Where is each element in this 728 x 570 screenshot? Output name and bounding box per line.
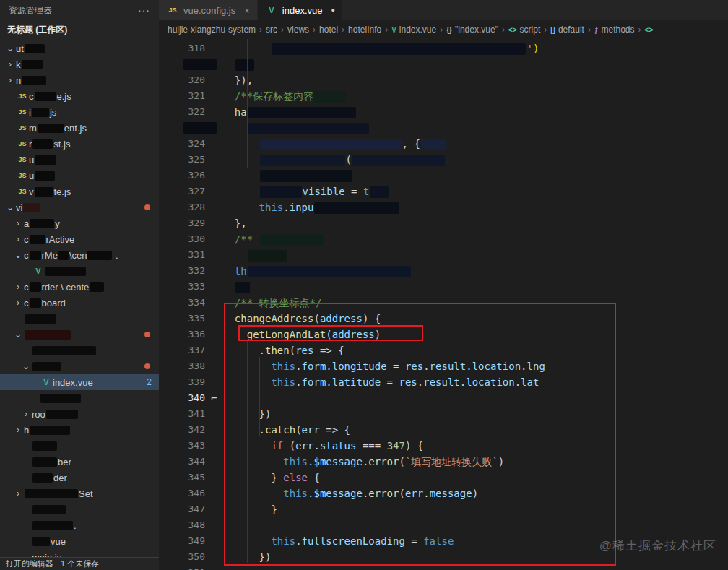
tree-item-10[interactable]: ⌄vi (0, 199, 159, 215)
breadcrumb-label: src (266, 25, 277, 35)
tree-item-27[interactable]: der (0, 470, 159, 485)
redaction-blob (260, 155, 345, 166)
code-line-322[interactable]: 322 ha (159, 104, 728, 120)
code-line-324[interactable]: 324 , { (159, 136, 728, 152)
breadcrumb-item-default[interactable]: []default (550, 25, 584, 35)
code-line-341[interactable]: 341 }) (159, 406, 728, 422)
code-line-329[interactable]: 329 }, (159, 215, 728, 231)
code-line-318[interactable]: 318 ') (159, 40, 728, 56)
code-line-336[interactable]: 336 getLongAndLat(address) (159, 327, 728, 342)
breadcrumb-item-src[interactable]: src (266, 25, 277, 35)
tree-item-3[interactable]: JSce.js (0, 88, 159, 104)
tree-item-9[interactable]: JSvte.js (0, 183, 159, 199)
code-line-334[interactable]: 334 /** 转换坐标点*/ (159, 295, 728, 311)
tree-item-17[interactable] (0, 311, 159, 327)
code-line-351[interactable]: 351 (159, 565, 728, 570)
tree-item-24[interactable]: ›h (0, 422, 159, 438)
text-segment: . (423, 360, 429, 372)
text-segment: . (295, 360, 301, 372)
tree-item-21[interactable]: Vindex.vue2 (0, 374, 159, 390)
tree-item-31[interactable]: vue (0, 533, 159, 549)
code-line-344[interactable]: 344 this.$message.error(`填写地址转换失败`) (159, 454, 728, 470)
text-segment: r (29, 139, 32, 150)
code-line-325[interactable]: 325 ( (159, 152, 728, 168)
code-line-323[interactable]: 323 (159, 120, 728, 136)
tree-item-12[interactable]: ›crActive (0, 231, 159, 247)
code-line-328[interactable]: 328 this.inpu (159, 199, 728, 215)
tree-item-4[interactable]: JSijs (0, 104, 159, 120)
code-line-330[interactable]: 330 /** (159, 231, 728, 247)
code-line-335[interactable]: 335 changeAddress(address) { (159, 311, 728, 327)
open-editors-bar[interactable]: 打开的编辑器 1 个未保存 (0, 557, 159, 570)
tree-item-14[interactable]: V (0, 263, 159, 279)
tree-item-15[interactable]: ›crder \ cente (0, 279, 159, 295)
redaction-blob (32, 346, 96, 355)
tree-item-1[interactable]: ›k (0, 56, 159, 72)
tree-item-5[interactable]: JSment.js (0, 120, 159, 136)
code-line-346[interactable]: 346 this.$message.error(err.message) (159, 485, 728, 501)
tree-item-30[interactable]: . (0, 517, 159, 533)
breadcrumb-item-huijie-xiangzhu-system[interactable]: huijie-xiangzhu-system (168, 25, 256, 35)
tree-item-16[interactable]: ›cboard (0, 295, 159, 311)
code-line-347[interactable]: 347 } (159, 501, 728, 517)
more-actions-icon[interactable]: ··· (138, 4, 150, 16)
tree-item-7[interactable]: JSu (0, 152, 159, 168)
code-line-320[interactable]: 320 }), (159, 72, 728, 88)
code-line-340[interactable]: 340⌐ (159, 390, 728, 406)
tree-item-13[interactable]: ⌄crMe\cen . (0, 247, 159, 263)
line-number: 334 (159, 295, 222, 311)
workspace-label[interactable]: 无标题 (工作区) (0, 20, 159, 39)
tree-item-6[interactable]: JSrst.js (0, 136, 159, 152)
tree-item-8[interactable]: JSu (0, 168, 159, 183)
code-area[interactable]: 318 ')319 320 }),321 /**保存标签内容322 ha323 … (159, 39, 728, 570)
tree-item-18[interactable]: ⌄ (0, 327, 159, 342)
tree-item-22[interactable] (0, 390, 159, 406)
tree-item-11[interactable]: ›ay (0, 215, 159, 231)
tree-item-2[interactable]: ›n (0, 72, 159, 88)
indent-guide (247, 341, 248, 563)
code-line-342[interactable]: 342 .catch(err => { (159, 422, 728, 438)
breadcrumb-item-hotel[interactable]: hotel (319, 25, 338, 35)
tab-index.vue[interactable]: Vindex.vue● (258, 0, 342, 20)
code-line-321[interactable]: 321 /**保存标签内容 (159, 88, 728, 104)
code-line-339[interactable]: 339 this.form.latitude = res.result.loca… (159, 374, 728, 390)
breadcrumb-item-hotelInfo[interactable]: hotelInfo (348, 25, 381, 35)
watermark: @稀土掘金技术社区 (599, 537, 716, 554)
code-line-332[interactable]: 332 th (159, 263, 728, 279)
open-editors-label[interactable]: 打开的编辑器 (6, 558, 53, 569)
close-icon[interactable]: × (244, 5, 250, 16)
tree-item-25[interactable] (0, 438, 159, 454)
text-segment: ( (295, 424, 301, 436)
redaction-blob (235, 282, 250, 293)
breadcrumb-item-views[interactable]: views (287, 25, 309, 35)
tree-item-28[interactable]: ›Set (0, 485, 159, 501)
tree-item-29[interactable] (0, 501, 159, 517)
text-segment: der (53, 472, 67, 483)
code-line-343[interactable]: 343 if (err.status === 347) { (159, 438, 728, 454)
tree-item-0[interactable]: ⌄ut (0, 40, 159, 56)
redaction-blob (46, 410, 78, 419)
tree-item-19[interactable] (0, 342, 159, 358)
code-line-337[interactable]: 337 .then(res => { (159, 342, 728, 358)
breadcrumb-item-methods[interactable]: ƒmethods (594, 25, 635, 35)
redaction-blob (352, 155, 445, 166)
code-line-327[interactable]: 327 visible = t (159, 183, 728, 199)
tab-vue.config.js[interactable]: JSvue.config.js× (159, 0, 257, 20)
tree-item-26[interactable]: ber (0, 454, 159, 470)
breadcrumb-item-script[interactable]: <>script (508, 25, 540, 35)
code-line-331[interactable]: 331 (159, 247, 728, 263)
breadcrumb-item-symbol[interactable]: <> (645, 26, 654, 34)
breadcrumb-item-"index.vue"[interactable]: {}"index.vue" (446, 25, 498, 35)
tree-item-23[interactable]: ›roo (0, 406, 159, 422)
code-line-333[interactable]: 333 (159, 279, 728, 295)
code-line-338[interactable]: 338 this.form.longitude = res.result.loc… (159, 358, 728, 374)
code-line-319[interactable]: 319 (159, 56, 728, 72)
tree-item-20[interactable]: ⌄ (0, 358, 159, 374)
text-segment: c (24, 250, 29, 261)
tree-item-32[interactable]: main.js (0, 549, 159, 557)
code-line-348[interactable]: 348 (159, 517, 728, 533)
code-line-345[interactable]: 345 } else { (159, 470, 728, 485)
line-number: 324 (159, 136, 222, 152)
breadcrumb-item-index.vue[interactable]: Vindex.vue (391, 25, 436, 35)
code-line-326[interactable]: 326 (159, 168, 728, 183)
